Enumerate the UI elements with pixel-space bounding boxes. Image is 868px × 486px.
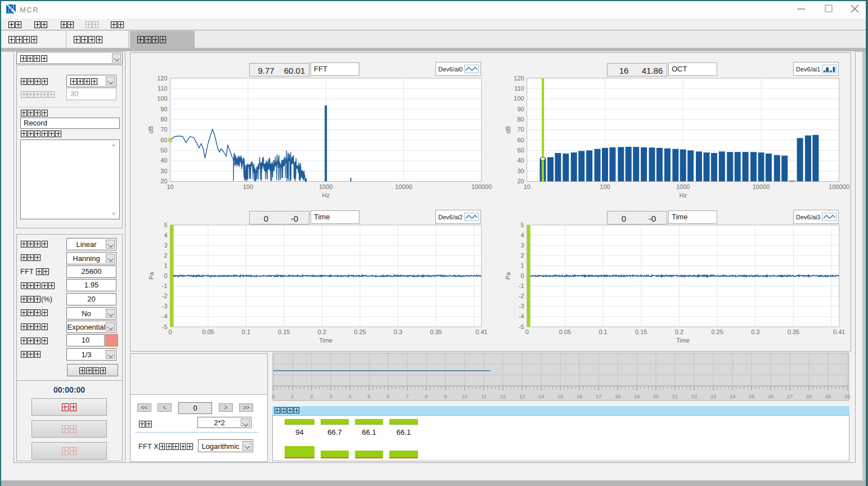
svg-text:6: 6 — [386, 393, 389, 399]
svg-text:4: 4 — [521, 232, 524, 238]
svg-text:120: 120 — [157, 75, 167, 82]
svg-text:0: 0 — [525, 328, 529, 335]
svg-text:0.25: 0.25 — [354, 328, 366, 335]
svg-text:5: 5 — [164, 222, 167, 228]
svg-text:0.35: 0.35 — [788, 328, 799, 335]
svg-text:Pa: Pa — [148, 272, 155, 280]
svg-text:0: 0 — [168, 328, 172, 335]
svg-text:0.3: 0.3 — [751, 328, 759, 335]
svg-text:50: 50 — [160, 147, 167, 154]
svg-text:10000: 10000 — [395, 183, 412, 190]
svg-text:-2: -2 — [162, 292, 168, 299]
svg-text:23: 23 — [710, 393, 717, 399]
svg-text:80: 80 — [160, 116, 167, 123]
svg-text:0.2: 0.2 — [318, 328, 326, 335]
svg-text:70: 70 — [160, 126, 167, 133]
svg-text:100: 100 — [514, 95, 524, 102]
svg-text:dB: dB — [505, 126, 511, 133]
svg-text:8: 8 — [425, 393, 428, 399]
svg-text:-2: -2 — [519, 292, 524, 299]
svg-text:21: 21 — [672, 393, 678, 399]
svg-text:0.1: 0.1 — [242, 328, 250, 335]
svg-text:Hz: Hz — [679, 192, 686, 199]
svg-text:-3: -3 — [162, 303, 168, 309]
svg-text:10: 10 — [462, 393, 468, 399]
svg-text:0.25: 0.25 — [711, 328, 723, 335]
svg-text:3: 3 — [521, 242, 524, 249]
svg-text:0.1: 0.1 — [599, 328, 607, 335]
svg-text:7: 7 — [406, 393, 408, 399]
svg-text:30: 30 — [844, 393, 851, 399]
svg-text:1: 1 — [164, 262, 167, 269]
svg-text:18: 18 — [615, 393, 621, 399]
svg-text:29: 29 — [825, 393, 831, 399]
svg-text:12: 12 — [500, 393, 506, 399]
svg-text:20: 20 — [653, 393, 659, 399]
svg-text:5: 5 — [367, 393, 370, 399]
svg-text:-5: -5 — [519, 323, 524, 330]
svg-text:0.41: 0.41 — [475, 328, 487, 335]
svg-text:90: 90 — [517, 106, 524, 112]
svg-text:3: 3 — [164, 242, 167, 249]
svg-text:13: 13 — [519, 393, 525, 399]
svg-text:110: 110 — [158, 85, 168, 92]
svg-text:1000: 1000 — [319, 183, 332, 190]
svg-text:28: 28 — [806, 393, 812, 399]
svg-text:80: 80 — [517, 116, 524, 123]
svg-text:-4: -4 — [519, 313, 524, 320]
svg-text:4: 4 — [348, 393, 351, 399]
svg-text:10: 10 — [524, 183, 530, 190]
svg-text:24: 24 — [730, 393, 736, 399]
svg-text:17: 17 — [596, 393, 602, 399]
svg-text:1: 1 — [291, 393, 294, 399]
svg-text:0.05: 0.05 — [202, 328, 214, 335]
svg-text:-5: -5 — [162, 323, 168, 330]
svg-text:dB: dB — [148, 126, 155, 133]
svg-text:0.05: 0.05 — [559, 328, 571, 335]
svg-text:1000: 1000 — [676, 183, 690, 190]
svg-text:-1: -1 — [519, 282, 524, 289]
svg-text:60: 60 — [160, 137, 167, 143]
svg-text:0: 0 — [164, 272, 167, 279]
svg-text:Pa: Pa — [505, 272, 511, 280]
svg-text:100: 100 — [243, 183, 253, 190]
svg-text:60: 60 — [517, 137, 524, 143]
svg-text:25: 25 — [749, 393, 755, 399]
svg-text:-3: -3 — [519, 303, 524, 309]
svg-text:2: 2 — [521, 252, 524, 259]
svg-text:2: 2 — [164, 252, 167, 259]
svg-text:-1: -1 — [162, 282, 168, 289]
svg-text:Time: Time — [319, 337, 332, 344]
svg-text:2: 2 — [310, 393, 313, 399]
svg-text:4: 4 — [164, 232, 167, 238]
svg-text:100000: 100000 — [471, 183, 492, 190]
svg-text:70: 70 — [517, 126, 524, 133]
svg-text:0: 0 — [521, 272, 524, 279]
svg-text:120: 120 — [514, 75, 524, 82]
svg-text:1: 1 — [521, 262, 524, 269]
svg-text:19: 19 — [634, 393, 640, 399]
svg-text:22: 22 — [691, 393, 698, 399]
svg-text:Time: Time — [676, 337, 690, 344]
svg-text:0.35: 0.35 — [430, 328, 442, 335]
svg-text:15: 15 — [557, 393, 564, 399]
svg-text:0.3: 0.3 — [394, 328, 402, 335]
svg-text:5: 5 — [521, 222, 524, 228]
svg-text:16: 16 — [577, 393, 583, 399]
svg-text:10000: 10000 — [753, 183, 770, 190]
svg-text:0.15: 0.15 — [635, 328, 647, 335]
svg-text:11: 11 — [481, 393, 487, 399]
svg-text:40: 40 — [160, 157, 167, 164]
svg-text:14: 14 — [538, 393, 545, 399]
svg-text:0: 0 — [272, 393, 275, 399]
svg-text:30: 30 — [517, 168, 524, 174]
svg-text:9: 9 — [444, 393, 447, 399]
svg-text:10: 10 — [167, 183, 173, 190]
svg-text:90: 90 — [160, 106, 167, 112]
svg-text:30: 30 — [160, 168, 167, 174]
svg-text:100000: 100000 — [829, 183, 849, 190]
svg-text:0.15: 0.15 — [278, 328, 290, 335]
svg-text:100: 100 — [157, 95, 167, 102]
svg-text:27: 27 — [787, 393, 793, 399]
svg-text:0.2: 0.2 — [675, 328, 683, 335]
